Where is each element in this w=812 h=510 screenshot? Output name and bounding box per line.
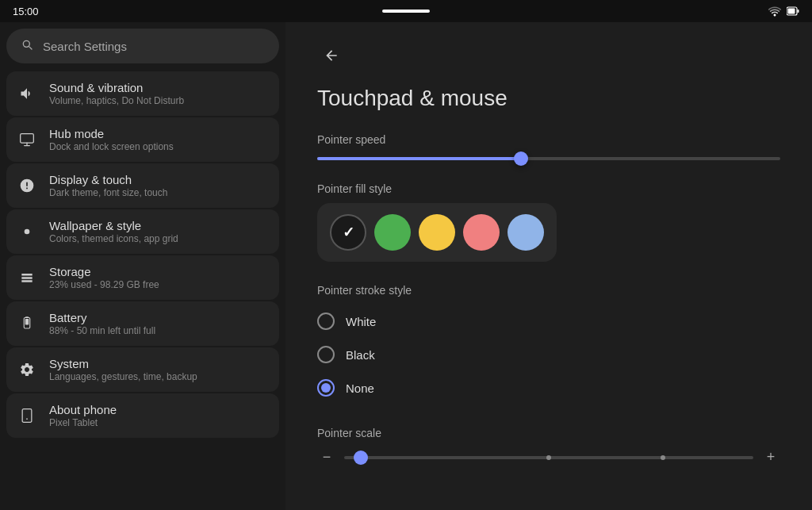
sidebar: Search Settings Sound & vibration Volume… (0, 22, 285, 510)
sidebar-item-wallpaper[interactable]: Wallpaper & style Colors, themed icons, … (6, 209, 279, 254)
pointer-fill-section: Pointer fill style (317, 182, 780, 262)
sidebar-item-text-about: About phone Pixel Tablet (49, 403, 117, 428)
sidebar-item-storage[interactable]: Storage 23% used - 98.29 GB free (6, 255, 279, 300)
sidebar-item-subtitle-system: Languages, gestures, time, backup (49, 371, 197, 382)
radio-label-none: None (346, 382, 374, 395)
scale-tick-1 (546, 455, 551, 460)
radio-btn-none (317, 379, 335, 397)
scale-plus-icon[interactable]: + (761, 449, 780, 466)
sidebar-item-text-system: System Languages, gestures, time, backup (49, 357, 197, 382)
battery-icon (787, 6, 799, 16)
svg-point-8 (26, 418, 28, 420)
sidebar-item-title-about: About phone (49, 403, 117, 416)
sidebar-item-display[interactable]: Display & touch Dark theme, font size, t… (6, 163, 279, 208)
sidebar-item-subtitle-sound: Volume, haptics, Do Not Disturb (49, 95, 184, 106)
about-icon (17, 406, 36, 425)
stroke-option-black[interactable]: Black (317, 338, 780, 371)
scale-tick-2 (661, 455, 665, 460)
status-time: 15:00 (13, 6, 39, 17)
pointer-speed-section: Pointer speed (317, 133, 780, 160)
hub-icon (17, 130, 36, 149)
status-icons (768, 6, 799, 17)
stroke-options-container: White Black None (317, 305, 780, 405)
radio-btn-white (317, 313, 335, 330)
radio-btn-black (317, 346, 335, 363)
pointer-speed-label: Pointer speed (317, 133, 780, 146)
wallpaper-icon (17, 222, 36, 241)
scale-slider-row: − + (317, 449, 780, 466)
radio-label-white: White (346, 315, 376, 328)
pointer-scale-section: Pointer scale − + (317, 427, 780, 466)
scale-minus-icon[interactable]: − (317, 449, 336, 466)
sidebar-item-subtitle-hub: Dock and lock screen options (49, 141, 174, 152)
sidebar-item-text-hub: Hub mode Dock and lock screen options (49, 127, 174, 152)
svg-rect-3 (21, 134, 34, 144)
pointer-stroke-section: Pointer stroke style White Black None (317, 284, 780, 405)
sidebar-item-text-sound: Sound & vibration Volume, haptics, Do No… (49, 81, 184, 106)
scale-track[interactable] (344, 456, 753, 459)
sidebar-item-subtitle-battery: 88% - 50 min left until full (49, 325, 155, 336)
sidebar-item-subtitle-about: Pixel Tablet (49, 417, 117, 428)
pointer-speed-fill (317, 157, 521, 160)
status-center-pill (382, 10, 430, 13)
sidebar-item-system[interactable]: System Languages, gestures, time, backup (6, 347, 279, 392)
wifi-icon (768, 6, 782, 17)
pointer-speed-thumb[interactable] (514, 151, 528, 166)
sidebar-item-text-display: Display & touch Dark theme, font size, t… (49, 173, 167, 198)
sidebar-item-title-hub: Hub mode (49, 127, 174, 140)
pointer-stroke-label: Pointer stroke style (317, 284, 780, 297)
sidebar-item-title-display: Display & touch (49, 173, 167, 186)
pointer-scale-label: Pointer scale (317, 427, 780, 439)
scale-thumb[interactable] (354, 451, 368, 465)
color-option-black[interactable] (330, 214, 366, 251)
pointer-fill-label: Pointer fill style (317, 182, 780, 195)
color-option-yellow[interactable] (419, 214, 455, 251)
search-bar[interactable]: Search Settings (6, 29, 279, 63)
stroke-option-none[interactable]: None (317, 371, 780, 405)
search-bar-label: Search Settings (43, 40, 127, 53)
color-option-green[interactable] (374, 214, 411, 251)
page-title: Touchpad & mouse (317, 86, 780, 111)
color-option-pink[interactable] (463, 214, 500, 251)
sidebar-item-subtitle-storage: 23% used - 98.29 GB free (49, 279, 159, 290)
status-bar: 15:00 (0, 0, 812, 22)
sidebar-item-subtitle-wallpaper: Colors, themed icons, app grid (49, 233, 178, 244)
home-indicator (382, 10, 430, 13)
sidebar-item-title-system: System (49, 357, 197, 370)
sidebar-item-title-battery: Battery (49, 311, 155, 324)
color-options-container (317, 203, 557, 262)
sound-icon (17, 84, 36, 103)
svg-rect-7 (22, 409, 32, 423)
sidebar-item-sound[interactable]: Sound & vibration Volume, haptics, Do No… (6, 71, 279, 116)
sidebar-item-battery[interactable]: Battery 88% - 50 min left until full (6, 301, 279, 346)
color-option-blue[interactable] (508, 214, 544, 251)
back-button[interactable] (317, 41, 346, 70)
sidebar-items-list: Sound & vibration Volume, haptics, Do No… (6, 71, 279, 439)
svg-point-4 (25, 229, 30, 235)
svg-rect-1 (788, 9, 795, 14)
sidebar-item-text-storage: Storage 23% used - 98.29 GB free (49, 265, 159, 290)
sidebar-item-text-battery: Battery 88% - 50 min left until full (49, 311, 155, 336)
sidebar-item-about[interactable]: About phone Pixel Tablet (6, 393, 279, 438)
system-icon (17, 360, 36, 379)
sidebar-item-title-wallpaper: Wallpaper & style (49, 219, 178, 232)
stroke-option-white[interactable]: White (317, 305, 780, 338)
svg-rect-6 (25, 319, 29, 325)
radio-label-black: Black (346, 348, 375, 362)
pointer-speed-track[interactable] (317, 157, 780, 160)
sidebar-item-title-storage: Storage (49, 265, 159, 278)
sidebar-item-text-wallpaper: Wallpaper & style Colors, themed icons, … (49, 219, 178, 244)
search-icon (21, 38, 33, 54)
svg-rect-2 (798, 10, 799, 13)
sidebar-item-hub[interactable]: Hub mode Dock and lock screen options (6, 117, 279, 162)
sidebar-item-subtitle-display: Dark theme, font size, touch (49, 187, 167, 198)
sidebar-item-title-sound: Sound & vibration (49, 81, 184, 94)
main-layout: Search Settings Sound & vibration Volume… (0, 22, 812, 510)
battery-icon (17, 314, 36, 333)
display-icon (17, 176, 36, 195)
storage-icon (17, 268, 36, 287)
content-panel: Touchpad & mouse Pointer speed Pointer f… (285, 22, 812, 510)
